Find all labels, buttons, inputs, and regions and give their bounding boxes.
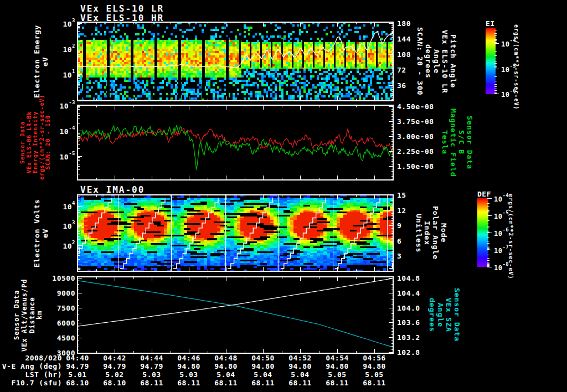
y-axis-tick-label: 104 [63,203,75,210]
colorbar-tick [494,92,497,92]
colorbar-tick [487,210,489,211]
colorbar-tick [487,209,489,209]
colorbar-tick [494,30,497,30]
time-axis-label: 04:44 [140,354,163,362]
colorbar-tick [494,33,497,34]
colorbar-units-text: ergs/(cm**2-sr-sec-eV) [507,194,514,275]
right-axis-tick-label: 2.25e-08 [397,148,434,155]
colorbar-tick [494,69,499,69]
colorbar-tick [494,43,499,44]
right-axis-tick-label: 1.50e-08 [397,163,434,170]
right-axis-tick-label: 72 [397,66,406,74]
table-cell: 68.11 [326,379,349,386]
panel4-left-axis-label: Sensor DataVEx Alt/Venus/PdDistancekm [13,277,44,353]
table-cell: 5.03 [179,371,198,378]
table-cell: 68.11 [288,379,312,386]
right-axis-tick-label: 104.8 [397,275,420,282]
colorbar-tick [494,76,497,77]
right-axis-tick-label: 4.50e-08 [397,103,434,110]
table-cell: 5.01 [68,371,86,378]
right-axis-tick-label: 104.4 [397,290,420,297]
colorbar-tick [487,262,489,262]
colorbar-tick [487,220,489,221]
right-axis-tick-label: 12 [397,207,406,214]
time-axis-label: 04:48 [214,354,238,362]
colorbar-tick [487,247,489,247]
colorbar-tick [494,81,497,81]
y-axis-tick-label: 103 [63,222,75,230]
table-cell: 5.05 [328,371,346,378]
table-cell: 94.80 [326,363,349,370]
panel1-right-axis-label-line: degrees [424,22,432,101]
table-cell: 94.80 [363,363,386,370]
colorbar-tick [487,258,489,259]
panel4-right-axis-label-line: Angle [436,277,444,353]
colorbar-tick [494,94,499,94]
table-cell: 68.11 [140,379,163,386]
table-cell: 68.10 [103,379,126,386]
colorbar-units-text: ergs/(cm**2-sr-sec-eV) [513,24,519,102]
row-label-lst: LST (hr) [25,371,62,378]
cdaweb-multipanel-plot: VEx ELS-10 LR VEx ELS-10 HR VEx IMA-00 2… [0,0,567,392]
y-axis-tick-label: 10500 [52,275,75,282]
colorbar-tick [487,248,489,249]
table-cell: 94.79 [140,363,163,370]
colorbar-tick [487,229,489,229]
colorbar-tick [487,224,489,224]
table-cell: 68.11 [214,379,238,386]
colorbar-tick [494,68,497,68]
time-axis-label: 04:52 [288,354,312,362]
panel1-left-axis-label-line: Electron Energy [33,22,42,101]
panel1-right-axis-label: Pitch AngleVEx ELS-10 LRAngledegreesSCAN… [415,22,457,101]
panel1-right-axis-label-line: Pitch Angle [449,22,457,101]
colorbar-tick [494,66,497,67]
colorbar-tick [494,84,497,85]
table-cell: 68.10 [66,379,89,386]
panel3-right-axis-label-line: Mode [439,195,447,271]
colorbar-tick [494,89,497,89]
colorbar-tick [494,39,497,40]
right-axis-tick-label: 3.75e-08 [397,118,434,125]
panel2-right-axis-label: Sensor DataS/C BMagnetic FieldTesla [440,105,473,180]
colorbar-tick [487,245,489,245]
y-axis-tick-label: 7500 [57,305,75,312]
panel3-left-axis-label-line: Electron Volts [33,195,42,271]
time-axis-label: 04:42 [103,354,126,362]
right-axis-tick-label: 103.2 [397,334,420,341]
colorbar-tick [494,42,497,43]
time-axis-label: 04:46 [177,354,200,362]
right-axis-tick-label: 3 [397,252,401,260]
colorbar-tick [487,246,489,246]
panel3-left-axis-label: Electron VoltseV [33,195,50,271]
table-cell: 94.79 [66,363,89,370]
panel1-left-axis-label: Electron EnergyeV [33,22,50,101]
y-axis-tick-label: 10-4 [60,127,76,135]
panel3-left-axis-label-line: eV [42,195,50,271]
table-cell: 5.04 [254,371,272,378]
colorbar-tick [487,203,489,204]
table-cell: 94.80 [288,363,312,370]
colorbar-tick [494,38,497,38]
colorbar-tick [487,207,489,207]
colorbar-tick [487,255,489,255]
y-axis-tick-label: 10-3 [60,102,76,110]
colorbar-tick [487,243,489,244]
panel1-right-axis-label-line: VEx ELS-10 LR [440,22,449,101]
table-cell: 68.11 [177,379,200,386]
panel2-right-axis-label-line: Sensor Data [465,105,473,180]
panel1-left-axis-label-line: eV [42,22,50,101]
colorbar-units-def: ergs/(cm**2-sr-sec-eV) [507,194,514,275]
colorbar-tick [487,233,492,233]
colorbar-tick [494,90,497,91]
colorbar-tick [494,59,497,59]
colorbar-tick [487,264,489,265]
table-cell: 94.80 [251,363,275,370]
y-axis-tick-label: 102 [63,45,75,53]
y-axis-tick-label: 103 [63,20,75,28]
table-cell: 5.05 [365,371,383,378]
panel3-right-axis-label: ModePolar AngleIndexUnitless [414,195,447,271]
panel2-left-axis-label-line: Energy Intensity [32,105,39,180]
panel4-right-axis-label-line: Sensor Data [452,277,461,353]
colorbar-def [477,198,488,267]
panel2-left-axis-label-line: SCAN: 20 - 150 [45,105,51,180]
